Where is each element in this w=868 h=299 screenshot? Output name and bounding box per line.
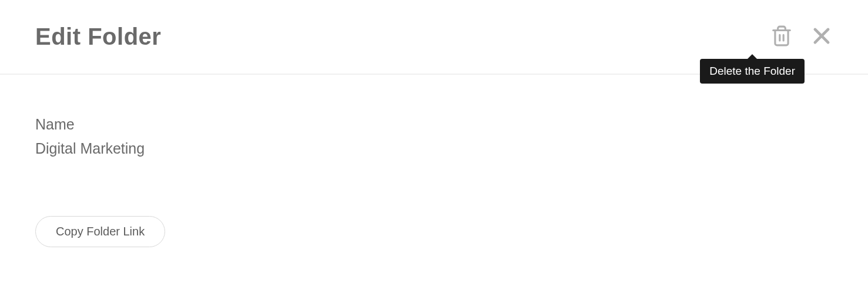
- close-icon: [810, 25, 833, 49]
- close-button[interactable]: [810, 25, 833, 49]
- name-label: Name: [35, 116, 833, 133]
- header-actions: Delete the Folder: [770, 25, 833, 49]
- page-title: Edit Folder: [35, 24, 161, 50]
- name-value[interactable]: Digital Marketing: [35, 140, 833, 157]
- delete-button[interactable]: [770, 25, 793, 49]
- delete-tooltip: Delete the Folder: [700, 59, 805, 84]
- copy-folder-link-button[interactable]: Copy Folder Link: [35, 216, 165, 247]
- dialog-header: Edit Folder Delete the Folder: [0, 0, 868, 75]
- trash-icon: [770, 25, 793, 49]
- dialog-content: Name Digital Marketing Copy Folder Link: [0, 75, 868, 271]
